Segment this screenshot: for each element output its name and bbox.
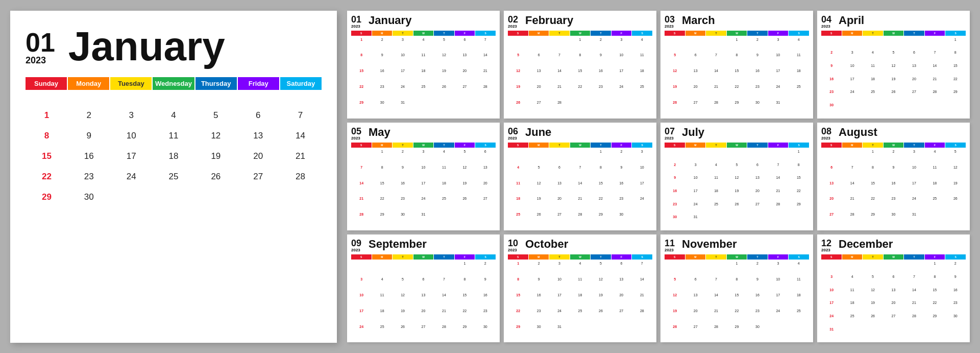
mini-day-cell (706, 37, 726, 53)
mini-day-cell: 31 (821, 326, 842, 340)
mini-num: 07 (665, 127, 679, 136)
mini-day-cell: 4 (842, 274, 862, 287)
mini-day-cell: 20 (611, 292, 631, 308)
mini-day-cell: 11 (789, 52, 809, 68)
mini-day-cell: 1 (726, 261, 747, 276)
mini-day-cell (413, 261, 433, 276)
friday-header: Friday (238, 77, 279, 90)
mini-day-hdr-sat: S (789, 143, 809, 148)
mini-day-cell (842, 149, 862, 164)
mini-cal-grid: 1234567891011121314151617181920212223242… (665, 37, 809, 115)
mini-day-cell: 2 (821, 50, 842, 63)
large-day-cell: 13 (237, 126, 279, 146)
mini-day-cell: 4 (924, 149, 945, 164)
mini-day-cell: 31 (685, 214, 705, 227)
mini-day-cell: 18 (632, 68, 652, 84)
mini-day-cell: 10 (393, 52, 413, 68)
mini-day-cell: 9 (372, 52, 392, 68)
large-day-cell: 5 (194, 105, 237, 126)
mini-day-cell: 6 (821, 164, 842, 180)
mini-day-cell: 19 (434, 68, 454, 84)
mini-year: 2023 (508, 24, 522, 29)
mini-day-cell: 13 (413, 292, 433, 308)
mini-num: 06 (508, 127, 522, 136)
mini-day-cell: 2 (611, 149, 631, 164)
mini-day-cell: 28 (768, 201, 788, 215)
mini-day-cell: 27 (904, 89, 924, 102)
mini-day-cell: 13 (528, 68, 549, 84)
large-day-cell: 9 (68, 126, 110, 146)
mini-day-cell (372, 261, 392, 276)
mini-day-hdr-fri: F (768, 254, 789, 260)
mini-day-cell: 27 (883, 313, 903, 326)
mini-day-cell: 20 (904, 76, 924, 89)
mini-day-cell: 28 (434, 324, 454, 340)
mini-day-cell: 25 (632, 84, 652, 100)
mini-day-cell: 5 (883, 50, 903, 63)
mini-day-cell: 20 (685, 84, 705, 100)
mini-day-cell: 8 (454, 276, 475, 292)
mini-day-cell: 21 (842, 196, 862, 211)
mini-day-cell: 12 (863, 287, 883, 300)
mini-day-cell: 29 (454, 324, 475, 340)
mini-day-cell: 14 (924, 63, 945, 76)
mini-day-cell: 12 (945, 164, 966, 180)
mini-day-cell: 23 (372, 84, 392, 100)
mini-day-cell: 28 (904, 313, 924, 326)
mini-day-hdr-thu: T (591, 143, 611, 148)
mini-day-cell: 30 (821, 102, 842, 115)
mini-day-cell: 22 (351, 84, 372, 100)
mini-cal-grid: 1234567891011121314151617181920212223242… (508, 37, 652, 115)
mini-day-cell: 24 (351, 324, 372, 340)
large-day-cell: 24 (110, 167, 153, 187)
mini-day-cell: 21 (904, 300, 924, 313)
mini-day-cell: 13 (883, 287, 903, 300)
mini-day-hdr-thu: T (904, 31, 924, 36)
mini-day-cell: 27 (821, 211, 842, 227)
mini-cal-grid: 1234567891011121314151617181920212223242… (508, 149, 652, 227)
mini-day-cell: 4 (372, 276, 392, 292)
mini-day-cell: 22 (591, 196, 611, 211)
mini-card-january: 012023JanuarySMTWTFS12345678910111213141… (347, 11, 500, 119)
mini-day-cell: 17 (393, 68, 413, 84)
large-day-cell: 4 (153, 105, 195, 126)
mini-day-cell: 7 (632, 261, 652, 276)
mini-day-cell: 10 (611, 52, 631, 68)
mini-day-cell: 22 (372, 196, 392, 211)
mini-day-cell: 9 (883, 164, 903, 180)
mini-day-cell: 10 (842, 63, 862, 76)
large-day-cell (153, 187, 195, 207)
mini-day-cell: 3 (821, 274, 842, 287)
mini-day-cell: 30 (372, 100, 392, 115)
large-day-cell: 25 (153, 167, 195, 187)
mini-day-hdr-thu: T (591, 254, 611, 260)
mini-card-december: 122023DecemberSMTWTFS1234567891011121314… (817, 234, 970, 342)
mini-day-cell: 20 (747, 188, 768, 201)
mini-day-cell: 28 (706, 324, 726, 340)
mini-day-cell: 15 (863, 180, 883, 196)
mini-day-cell: 7 (842, 164, 862, 180)
mini-day-cell (768, 149, 788, 162)
mini-day-cell: 7 (351, 164, 372, 180)
mini-day-hdr-tue: T (549, 254, 570, 260)
mini-day-cell: 29 (726, 100, 747, 115)
monday-header: Monday (68, 77, 109, 90)
large-day-cell: 29 (26, 187, 68, 207)
mini-year: 2023 (821, 136, 836, 140)
mini-day-cell: 6 (747, 162, 768, 175)
mini-day-cell: 31 (393, 100, 413, 115)
large-january-card: 01 2023 January Sunday Monday Tuesday We… (10, 11, 337, 343)
mini-day-cell: 30 (747, 100, 768, 115)
large-day-headers: Sunday Monday Tuesday Wednesday Thursday… (26, 77, 322, 90)
mini-day-hdr-mon: M (372, 31, 393, 36)
mini-day-cell: 11 (570, 276, 590, 292)
mini-day-cell: 5 (665, 52, 685, 68)
mini-day-cell: 18 (863, 76, 883, 89)
mini-day-hdr-mon: M (529, 254, 549, 260)
mini-header: 032023March (665, 15, 809, 29)
mini-day-cell: 17 (351, 308, 372, 324)
mini-day-cell: 10 (768, 52, 788, 68)
mini-header: 022023February (508, 15, 652, 29)
mini-day-cell: 8 (924, 274, 945, 287)
mini-day-cell: 10 (413, 164, 433, 180)
